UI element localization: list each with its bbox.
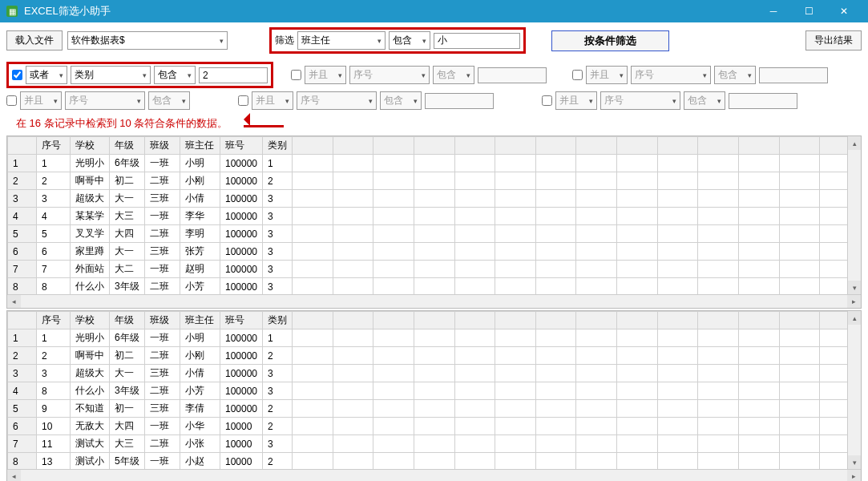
- column-header[interactable]: 类别: [263, 312, 293, 329]
- cell[interactable]: 10000: [220, 435, 263, 453]
- cell[interactable]: 1: [37, 329, 71, 347]
- filter-field-dropdown[interactable]: 班主任▾: [297, 31, 386, 50]
- cell[interactable]: 大一: [110, 243, 145, 261]
- logic-checkbox-4[interactable]: [6, 95, 17, 106]
- cell[interactable]: 光明小: [71, 329, 110, 347]
- cell[interactable]: 100000: [220, 172, 263, 190]
- cell[interactable]: 100000: [220, 365, 263, 382]
- cell[interactable]: 1: [263, 155, 293, 172]
- cell[interactable]: 100000: [220, 329, 263, 347]
- cell[interactable]: 外面站: [71, 261, 110, 278]
- cell[interactable]: 叉叉学: [71, 225, 110, 243]
- scroll-up-icon[interactable]: ▴: [848, 136, 861, 150]
- cell[interactable]: 3: [263, 225, 293, 243]
- cell[interactable]: 3: [263, 208, 293, 225]
- cell[interactable]: 100000: [220, 155, 263, 172]
- filter-button[interactable]: 按条件筛选: [551, 30, 669, 51]
- cell[interactable]: 超级大: [71, 365, 110, 382]
- column-header[interactable]: 学校: [71, 137, 110, 155]
- row-header[interactable]: 3: [8, 190, 37, 208]
- field-dropdown-1[interactable]: 类别▾: [71, 66, 151, 84]
- cell[interactable]: 小刚: [180, 347, 220, 365]
- cell[interactable]: 某某学: [71, 208, 110, 225]
- cell[interactable]: 2: [263, 418, 293, 435]
- cell[interactable]: 4: [37, 208, 71, 225]
- field-dropdown-6[interactable]: 序号▾: [600, 91, 680, 110]
- filter-op-dropdown[interactable]: 包含▾: [389, 31, 430, 50]
- cell[interactable]: 三班: [145, 365, 180, 382]
- logic-checkbox-2[interactable]: [291, 70, 301, 80]
- table-row[interactable]: 48什么小3年级二班小芳1000003: [8, 382, 861, 400]
- cell[interactable]: 100000: [220, 208, 263, 225]
- op-dropdown-3[interactable]: 包含▾: [714, 66, 756, 84]
- table-row[interactable]: 55叉叉学大四二班李明1000003: [8, 225, 861, 243]
- scrollbar-vertical[interactable]: ▴ ▾: [847, 136, 861, 294]
- cell[interactable]: 小赵: [180, 453, 220, 471]
- logic-checkbox-3[interactable]: [572, 70, 583, 80]
- cell[interactable]: 大一: [110, 190, 145, 208]
- cell[interactable]: 初二: [110, 347, 145, 365]
- cell[interactable]: 3年级: [110, 278, 145, 296]
- table-row[interactable]: 88什么小3年级二班小芳1000003: [8, 278, 861, 296]
- table-row[interactable]: 11光明小6年级一班小明1000001: [8, 155, 861, 172]
- row-header[interactable]: 2: [8, 172, 37, 190]
- cell[interactable]: 小芳: [180, 382, 220, 400]
- op-dropdown-6[interactable]: 包含▾: [684, 91, 725, 110]
- cell[interactable]: 3: [263, 435, 293, 453]
- column-header[interactable]: 年级: [110, 137, 145, 155]
- cell[interactable]: 李倩: [180, 400, 220, 418]
- cell[interactable]: 三班: [145, 400, 180, 418]
- cell[interactable]: 家里蹲: [71, 243, 110, 261]
- cell[interactable]: 大三: [110, 435, 145, 453]
- cell[interactable]: 超级大: [71, 190, 110, 208]
- scrollbar-vertical[interactable]: ▴ ▾: [847, 311, 861, 469]
- cell[interactable]: 7: [37, 261, 71, 278]
- cell[interactable]: 2: [263, 453, 293, 471]
- op-dropdown-1[interactable]: 包含▾: [154, 66, 196, 84]
- filter-value-input[interactable]: [434, 33, 520, 49]
- column-header[interactable]: 班号: [220, 137, 263, 155]
- cell[interactable]: 3年级: [110, 382, 145, 400]
- table-row[interactable]: 44某某学大三一班李华1000003: [8, 208, 861, 225]
- cell[interactable]: 啊哥中: [71, 347, 110, 365]
- cell[interactable]: 大三: [110, 208, 145, 225]
- column-header[interactable]: 年级: [110, 312, 145, 329]
- table-row[interactable]: 77外面站大二一班赵明1000003: [8, 261, 861, 278]
- scrollbar-horizontal[interactable]: ◂ ▸: [7, 469, 861, 481]
- logic-checkbox-1[interactable]: [12, 70, 22, 80]
- cell[interactable]: 赵明: [180, 261, 220, 278]
- cell[interactable]: 二班: [145, 172, 180, 190]
- cell[interactable]: 什么小: [71, 382, 110, 400]
- column-header[interactable]: 班主任: [180, 312, 220, 329]
- cell[interactable]: 6年级: [110, 329, 145, 347]
- cell[interactable]: 啊哥中: [71, 172, 110, 190]
- cell[interactable]: 8: [37, 278, 71, 296]
- maximize-button[interactable]: ☐: [791, 0, 826, 22]
- scroll-up-icon[interactable]: ▴: [848, 311, 861, 325]
- table-row[interactable]: 11光明小6年级一班小明1000001: [8, 329, 861, 347]
- cell[interactable]: 100000: [220, 278, 263, 296]
- scroll-left-icon[interactable]: ◂: [7, 470, 21, 481]
- cell[interactable]: 5: [37, 225, 71, 243]
- cell[interactable]: 测试大: [71, 435, 110, 453]
- cell[interactable]: 2: [263, 172, 293, 190]
- cell[interactable]: 小芳: [180, 278, 220, 296]
- cell[interactable]: 3: [263, 382, 293, 400]
- cell[interactable]: 二班: [145, 435, 180, 453]
- cell[interactable]: 小明: [180, 329, 220, 347]
- cell[interactable]: 二班: [145, 225, 180, 243]
- logic-dropdown-1[interactable]: 或者▾: [26, 66, 67, 84]
- cell[interactable]: 3: [263, 261, 293, 278]
- table-row[interactable]: 22啊哥中初二二班小刚1000002: [8, 172, 861, 190]
- cell[interactable]: 100000: [220, 347, 263, 365]
- field-dropdown-5[interactable]: 序号▾: [297, 91, 377, 110]
- cell[interactable]: 3: [263, 190, 293, 208]
- column-header[interactable]: 类别: [263, 137, 293, 155]
- row-header[interactable]: 7: [8, 261, 37, 278]
- cell[interactable]: 3: [37, 190, 71, 208]
- file-dropdown[interactable]: 软件数据表$ ▾: [67, 31, 228, 50]
- op-dropdown-5[interactable]: 包含▾: [380, 91, 422, 110]
- cell[interactable]: 1: [37, 155, 71, 172]
- minimize-button[interactable]: ─: [756, 0, 791, 22]
- scroll-left-icon[interactable]: ◂: [7, 295, 21, 308]
